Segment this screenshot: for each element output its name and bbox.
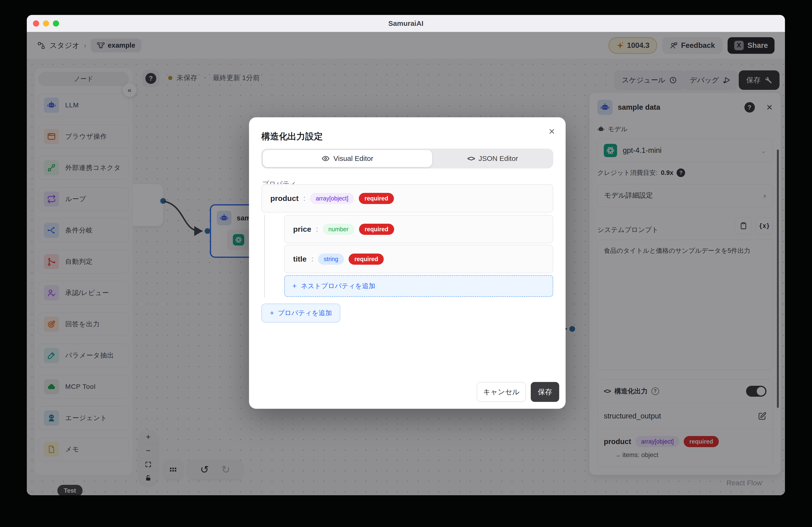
- colon: :: [303, 194, 305, 202]
- property-row-title[interactable]: title : string required: [284, 245, 553, 273]
- app-window: SamuraiAI スタジオ › 🐮 example 1004.3 Feedba…: [27, 15, 785, 495]
- tab-visual-editor[interactable]: Visual Editor: [263, 150, 432, 167]
- property-row-price[interactable]: price : number required: [284, 215, 553, 243]
- property-name: price: [293, 225, 311, 234]
- editor-tabs: Visual Editor <> JSON Editor: [261, 149, 553, 168]
- minimize-window-button[interactable]: [43, 20, 49, 27]
- macos-titlebar: SamuraiAI: [27, 15, 785, 32]
- add-property-button[interactable]: + プロパティを追加: [261, 303, 340, 322]
- type-badge: string: [318, 254, 344, 265]
- plus-icon: +: [292, 282, 297, 290]
- required-badge: required: [359, 193, 394, 204]
- close-window-button[interactable]: [33, 20, 39, 27]
- modal-title: 構造化出力設定: [261, 131, 323, 142]
- colon: :: [316, 225, 318, 233]
- modal-close-button[interactable]: ✕: [549, 127, 555, 136]
- modal-save-button[interactable]: 保存: [531, 382, 559, 402]
- property-row-product[interactable]: product : array[object] required: [261, 184, 553, 213]
- structured-output-modal: 構造化出力設定 ✕ Visual Editor <> JSON Editor プ…: [249, 117, 566, 409]
- tab-label: Visual Editor: [333, 154, 373, 163]
- cancel-button[interactable]: キャンセル: [477, 382, 526, 402]
- add-nested-label: ネストプロパティを追加: [301, 282, 375, 290]
- plus-icon: +: [270, 309, 274, 317]
- property-name: title: [293, 255, 307, 264]
- type-badge: array[object]: [310, 193, 354, 204]
- window-title: SamuraiAI: [388, 19, 423, 28]
- property-name: product: [270, 194, 299, 203]
- code-icon: <>: [467, 154, 475, 163]
- add-property-label: プロパティを追加: [278, 308, 332, 317]
- required-badge: required: [349, 254, 384, 265]
- tab-label: JSON Editor: [479, 154, 518, 163]
- zoom-window-button[interactable]: [53, 20, 59, 27]
- colon: :: [311, 255, 313, 263]
- add-nested-property-button[interactable]: + ネストプロパティを追加: [284, 275, 553, 297]
- nesting-indent-guide: [264, 215, 265, 297]
- type-badge: number: [323, 224, 354, 235]
- tab-json-editor[interactable]: <> JSON Editor: [432, 154, 553, 163]
- required-badge: required: [359, 224, 394, 235]
- eye-icon: [322, 154, 330, 163]
